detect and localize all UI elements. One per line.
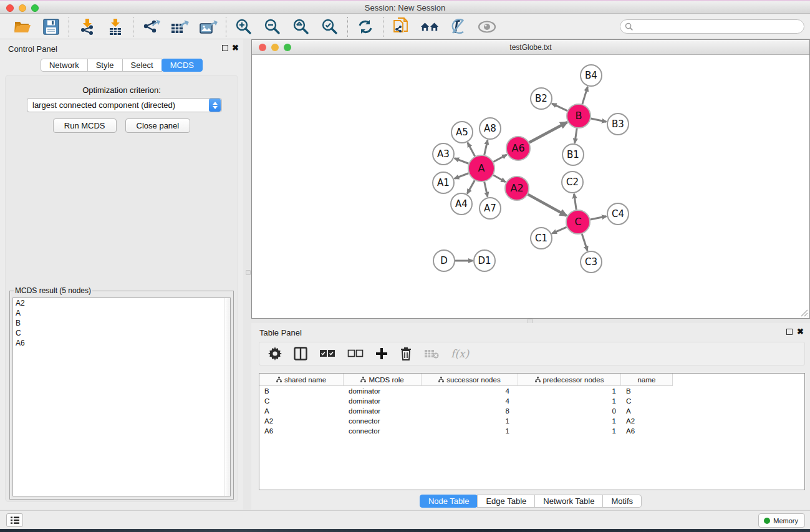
function-builder-icon[interactable]: f(x) [451, 346, 469, 362]
table-cell[interactable]: 4 [422, 386, 518, 396]
memory-button[interactable]: Memory [758, 513, 805, 528]
mcds-result-item[interactable]: A2 [13, 298, 230, 308]
graph-node-B1[interactable]: B1 [562, 144, 584, 165]
column-header-predecessor-nodes[interactable]: predecessor nodes [518, 374, 621, 386]
table-row[interactable]: A2connector11A2 [259, 416, 804, 426]
table-cell[interactable]: 4 [422, 396, 518, 406]
delete-table-icon[interactable] [424, 346, 439, 362]
mcds-result-item[interactable]: A6 [13, 338, 230, 348]
column-icon[interactable] [294, 346, 307, 362]
table-cell[interactable]: 1 [518, 386, 621, 396]
graph-node-A5[interactable]: A5 [451, 122, 473, 143]
tab-edge-table[interactable]: Edge Table [477, 495, 535, 508]
import-table-icon[interactable] [106, 17, 125, 36]
graph-edge-A2-C[interactable] [528, 195, 567, 216]
table-row[interactable]: Adominator80A [259, 406, 804, 416]
close-panel-icon[interactable]: ✖ [797, 327, 804, 336]
graph-node-C1[interactable]: C1 [531, 228, 552, 249]
zoom-fit-icon[interactable] [292, 17, 311, 36]
tab-motifs[interactable]: Motifs [602, 495, 642, 508]
graph-edge-A-A7[interactable] [485, 181, 488, 196]
window-titlebar[interactable]: Session: New Session [0, 1, 810, 14]
tab-select[interactable]: Select [122, 59, 162, 72]
graph-edge-A-A4[interactable] [467, 180, 475, 193]
table-cell[interactable]: A2 [621, 416, 673, 426]
graph-edge-A-A1[interactable] [455, 173, 469, 179]
table-row[interactable]: Bdominator41B [259, 386, 804, 396]
table-cell[interactable]: B [621, 386, 673, 396]
network-canvas[interactable]: B4B2BB3A5A8A6A3B1AA1C2A2A4A7C4CC1DD1C3 [252, 56, 809, 318]
graph-node-B3[interactable]: B3 [607, 114, 629, 135]
table-cell[interactable]: C [259, 396, 344, 406]
graph-edge-B-B3[interactable] [591, 118, 607, 122]
table-row[interactable]: Cdominator41C [259, 396, 804, 406]
column-header-MCDS-role[interactable]: MCDS role [344, 374, 422, 386]
table-cell[interactable]: A6 [259, 426, 344, 436]
float-panel-icon[interactable] [786, 329, 793, 335]
graph-node-D1[interactable]: D1 [474, 250, 495, 271]
zoom-in-icon[interactable] [234, 17, 253, 36]
search-input[interactable] [635, 20, 804, 33]
add-column-icon[interactable] [375, 346, 388, 362]
graph-node-B[interactable]: B [567, 104, 591, 128]
table-cell[interactable]: 0 [518, 406, 621, 416]
criterion-dropdown[interactable]: largest connected component (directed) [27, 98, 222, 112]
new-network-from-selection-icon[interactable] [392, 17, 410, 36]
graph-node-A2[interactable]: A2 [505, 177, 529, 200]
table-cell[interactable]: 1 [422, 426, 518, 436]
graph-node-C4[interactable]: C4 [607, 203, 629, 225]
graph-edge-B-B2[interactable] [552, 104, 567, 111]
graph-node-C[interactable]: C [566, 210, 590, 234]
search-field[interactable] [620, 19, 804, 34]
zoom-out-icon[interactable] [263, 17, 282, 36]
tab-node-table[interactable]: Node Table [420, 495, 478, 508]
table-cell[interactable]: connector [344, 416, 422, 426]
table-cell[interactable]: A6 [621, 426, 673, 436]
import-network-icon[interactable] [77, 17, 96, 36]
table-cell[interactable]: dominator [344, 406, 422, 416]
graph-node-C2[interactable]: C2 [562, 172, 583, 193]
export-table-icon[interactable] [170, 17, 189, 36]
graph-edge-A6-B[interactable] [529, 122, 567, 143]
graph-node-B2[interactable]: B2 [531, 88, 552, 109]
table-cell[interactable]: connector [344, 426, 422, 436]
column-header-shared-name[interactable]: shared name [259, 374, 344, 386]
graph-node-A6[interactable]: A6 [506, 137, 530, 160]
graph-node-A8[interactable]: A8 [480, 118, 501, 139]
table-cell[interactable]: 8 [422, 406, 518, 416]
mcds-result-list[interactable]: A2ABCA6 [12, 297, 231, 496]
tab-network[interactable]: Network [41, 59, 88, 72]
table-row[interactable]: A6connector11A6 [259, 426, 804, 436]
graph-node-A1[interactable]: A1 [433, 172, 454, 193]
column-header-successor-nodes[interactable]: successor nodes [422, 374, 518, 386]
graph-edge-A-A3[interactable] [455, 158, 469, 164]
graph-node-B4[interactable]: B4 [581, 65, 602, 86]
graph-edge-C-C3[interactable] [582, 234, 587, 251]
tab-style[interactable]: Style [87, 59, 123, 72]
select-all-icon[interactable] [319, 346, 335, 362]
graph-edge-C-C1[interactable] [552, 227, 566, 233]
table-cell[interactable]: 1 [518, 426, 621, 436]
save-session-icon[interactable] [42, 17, 60, 36]
graph-node-A7[interactable]: A7 [480, 198, 501, 219]
divider-grip[interactable] [246, 270, 251, 275]
table-cell[interactable]: 1 [518, 396, 621, 406]
graph-edge-A-A5[interactable] [468, 143, 475, 157]
graph-edge-C-C2[interactable] [574, 194, 577, 210]
table-cell[interactable]: A2 [259, 416, 344, 426]
table-cell[interactable]: 1 [518, 416, 621, 426]
delete-icon[interactable] [400, 346, 412, 362]
table-cell[interactable]: dominator [344, 386, 422, 396]
export-image-icon[interactable] [199, 17, 218, 36]
network-window-titlebar[interactable]: testGlobe.txt [252, 40, 809, 55]
table-cell[interactable]: B [259, 386, 344, 396]
column-header-name[interactable]: name [621, 374, 673, 386]
resize-grip-icon[interactable] [799, 308, 808, 317]
graph-edge-A-A8[interactable] [485, 140, 488, 155]
graph-node-A4[interactable]: A4 [451, 193, 472, 215]
home-icon[interactable] [420, 17, 439, 36]
mcds-result-item[interactable]: C [13, 328, 230, 338]
graph-edge-B-B4[interactable] [582, 87, 588, 104]
table-cell[interactable]: A [259, 406, 344, 416]
open-session-icon[interactable] [13, 17, 32, 36]
